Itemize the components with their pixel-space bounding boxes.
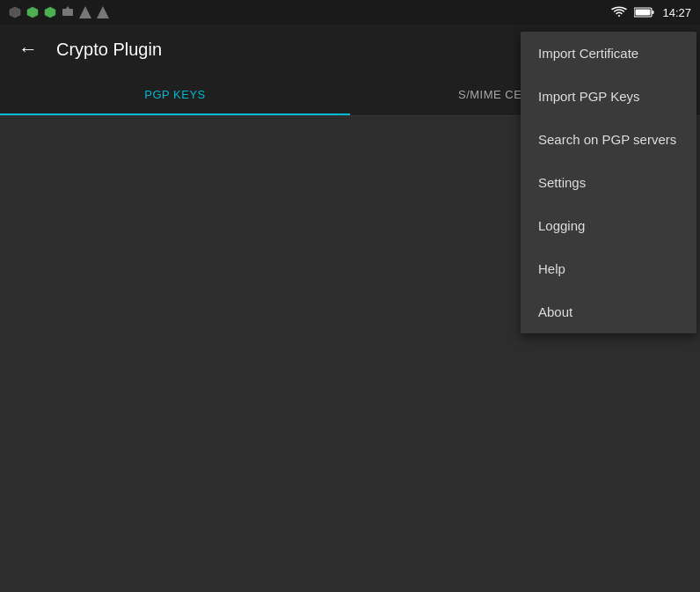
menu-item-settings[interactable]: Settings [521,161,696,204]
menu-item-logging[interactable]: Logging [521,204,696,247]
battery-icon [634,7,655,18]
menu-item-import-pgp-keys[interactable]: Import PGP Keys [521,75,696,118]
menu-item-about[interactable]: About [521,290,696,333]
status-bar-left-icons [9,6,109,18]
status-bar-right-icons: 14:27 [611,6,691,19]
svg-marker-1 [66,6,69,9]
menu-item-search-pgp-servers[interactable]: Search on PGP servers [521,118,696,161]
menu-item-import-certificate[interactable]: Import Certificate [521,32,696,75]
tab-pgp-keys[interactable]: PGP KEYS [0,74,350,115]
svg-rect-6 [636,10,651,16]
notification-icon-2 [26,6,39,18]
back-button[interactable]: ← [14,35,42,63]
notification-icon-3 [44,6,56,18]
time-display: 14:27 [662,6,691,19]
svg-rect-0 [62,9,73,16]
dropdown-menu: Import Certificate Import PGP Keys Searc… [521,32,696,333]
wifi-icon [611,6,627,18]
notification-icon-1 [9,6,21,18]
menu-item-help[interactable]: Help [521,247,696,290]
status-bar: 14:27 [0,0,700,25]
back-arrow-icon: ← [18,38,38,61]
notification-icon-5 [79,6,91,18]
notification-icon-4 [62,6,74,18]
svg-marker-2 [79,6,91,18]
svg-marker-3 [97,6,109,18]
notification-icon-6 [97,6,109,18]
svg-rect-5 [653,11,654,14]
